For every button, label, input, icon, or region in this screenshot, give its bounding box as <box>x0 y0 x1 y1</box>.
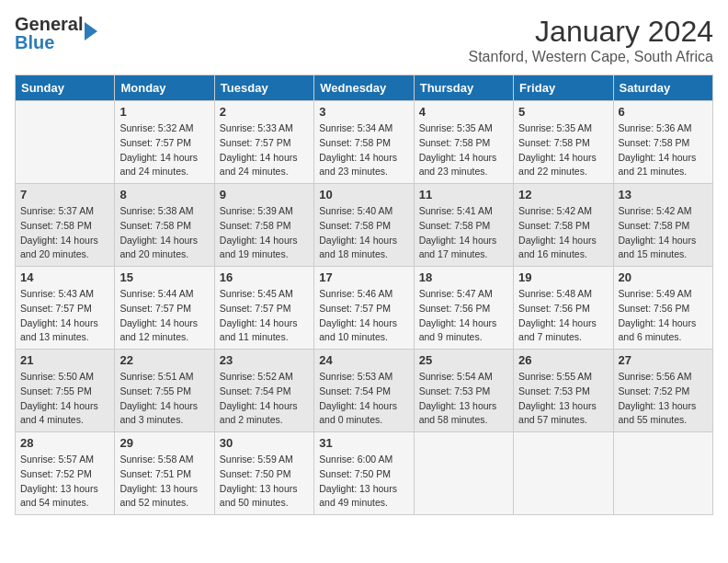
calendar-cell: 24Sunrise: 5:53 AM Sunset: 7:54 PM Dayli… <box>314 350 414 432</box>
calendar-cell: 16Sunrise: 5:45 AM Sunset: 7:57 PM Dayli… <box>214 267 313 350</box>
day-number: 9 <box>220 188 309 201</box>
day-number: 20 <box>619 270 708 284</box>
day-info: Sunrise: 5:40 AM Sunset: 7:58 PM Dayligh… <box>319 204 408 262</box>
calendar-cell: 20Sunrise: 5:49 AM Sunset: 7:56 PM Dayli… <box>613 267 712 350</box>
day-info: Sunrise: 5:32 AM Sunset: 7:57 PM Dayligh… <box>119 121 209 179</box>
day-number: 11 <box>419 188 508 201</box>
day-number: 15 <box>119 270 209 284</box>
day-info: Sunrise: 5:55 AM Sunset: 7:53 PM Dayligh… <box>518 370 608 428</box>
logo-general: General <box>15 15 83 33</box>
day-info: Sunrise: 5:56 AM Sunset: 7:52 PM Dayligh… <box>619 370 708 428</box>
calendar-cell: 11Sunrise: 5:41 AM Sunset: 7:58 PM Dayli… <box>414 184 513 267</box>
column-header-friday: Friday <box>514 75 613 101</box>
day-number: 5 <box>518 105 608 119</box>
day-number: 12 <box>518 188 608 201</box>
day-number: 7 <box>20 188 109 201</box>
day-number: 13 <box>619 188 708 201</box>
day-info: Sunrise: 5:45 AM Sunset: 7:57 PM Dayligh… <box>220 287 309 345</box>
week-row-4: 21Sunrise: 5:50 AM Sunset: 7:55 PM Dayli… <box>16 350 713 432</box>
calendar-cell: 14Sunrise: 5:43 AM Sunset: 7:57 PM Dayli… <box>16 267 115 350</box>
day-info: Sunrise: 5:34 AM Sunset: 7:58 PM Dayligh… <box>319 121 408 179</box>
calendar-cell: 15Sunrise: 5:44 AM Sunset: 7:57 PM Dayli… <box>115 267 214 350</box>
day-info: Sunrise: 5:52 AM Sunset: 7:54 PM Dayligh… <box>220 370 309 428</box>
calendar-cell <box>514 432 613 515</box>
day-info: Sunrise: 5:43 AM Sunset: 7:57 PM Dayligh… <box>20 287 109 345</box>
day-info: Sunrise: 5:47 AM Sunset: 7:56 PM Dayligh… <box>419 287 508 345</box>
day-info: Sunrise: 5:53 AM Sunset: 7:54 PM Dayligh… <box>319 370 408 428</box>
week-row-1: 1Sunrise: 5:32 AM Sunset: 7:57 PM Daylig… <box>16 101 713 184</box>
calendar-cell: 6Sunrise: 5:36 AM Sunset: 7:58 PM Daylig… <box>613 101 712 184</box>
calendar-cell: 4Sunrise: 5:35 AM Sunset: 7:58 PM Daylig… <box>414 101 513 184</box>
day-info: Sunrise: 5:38 AM Sunset: 7:58 PM Dayligh… <box>119 204 209 262</box>
calendar-cell: 29Sunrise: 5:58 AM Sunset: 7:51 PM Dayli… <box>115 432 214 515</box>
calendar-cell: 28Sunrise: 5:57 AM Sunset: 7:52 PM Dayli… <box>16 432 115 515</box>
day-info: Sunrise: 5:36 AM Sunset: 7:58 PM Dayligh… <box>619 121 708 179</box>
calendar-table: SundayMondayTuesdayWednesdayThursdayFrid… <box>15 75 713 515</box>
calendar-cell: 8Sunrise: 5:38 AM Sunset: 7:58 PM Daylig… <box>115 184 214 267</box>
week-row-5: 28Sunrise: 5:57 AM Sunset: 7:52 PM Dayli… <box>16 432 713 515</box>
day-info: Sunrise: 5:58 AM Sunset: 7:51 PM Dayligh… <box>119 453 209 511</box>
day-number: 28 <box>20 436 109 450</box>
calendar-cell: 31Sunrise: 6:00 AM Sunset: 7:50 PM Dayli… <box>314 432 414 515</box>
day-number: 1 <box>119 105 209 119</box>
day-info: Sunrise: 5:35 AM Sunset: 7:58 PM Dayligh… <box>518 121 608 179</box>
day-number: 18 <box>419 270 508 284</box>
week-row-3: 14Sunrise: 5:43 AM Sunset: 7:57 PM Dayli… <box>16 267 713 350</box>
day-info: Sunrise: 5:44 AM Sunset: 7:57 PM Dayligh… <box>119 287 209 345</box>
calendar-cell: 13Sunrise: 5:42 AM Sunset: 7:58 PM Dayli… <box>613 184 712 267</box>
calendar-cell: 17Sunrise: 5:46 AM Sunset: 7:57 PM Dayli… <box>314 267 414 350</box>
day-info: Sunrise: 5:42 AM Sunset: 7:58 PM Dayligh… <box>619 204 708 262</box>
logo: General Blue <box>15 15 97 52</box>
day-number: 8 <box>119 188 209 201</box>
calendar-cell <box>613 432 712 515</box>
calendar-cell: 18Sunrise: 5:47 AM Sunset: 7:56 PM Dayli… <box>414 267 513 350</box>
day-info: Sunrise: 5:37 AM Sunset: 7:58 PM Dayligh… <box>20 204 109 262</box>
column-header-monday: Monday <box>115 75 214 101</box>
day-number: 16 <box>220 270 309 284</box>
day-info: Sunrise: 5:41 AM Sunset: 7:58 PM Dayligh… <box>419 204 508 262</box>
day-info: Sunrise: 5:57 AM Sunset: 7:52 PM Dayligh… <box>20 453 109 511</box>
day-info: Sunrise: 5:51 AM Sunset: 7:55 PM Dayligh… <box>119 370 209 428</box>
day-info: Sunrise: 5:42 AM Sunset: 7:58 PM Dayligh… <box>518 204 608 262</box>
day-info: Sunrise: 5:50 AM Sunset: 7:55 PM Dayligh… <box>20 370 109 428</box>
column-header-tuesday: Tuesday <box>214 75 313 101</box>
logo-arrow-icon <box>85 22 97 40</box>
calendar-cell: 19Sunrise: 5:48 AM Sunset: 7:56 PM Dayli… <box>514 267 613 350</box>
calendar-cell: 30Sunrise: 5:59 AM Sunset: 7:50 PM Dayli… <box>214 432 313 515</box>
column-header-sunday: Sunday <box>16 75 115 101</box>
calendar-cell <box>16 101 115 184</box>
day-number: 25 <box>419 353 508 367</box>
calendar-cell: 1Sunrise: 5:32 AM Sunset: 7:57 PM Daylig… <box>115 101 214 184</box>
day-info: Sunrise: 6:00 AM Sunset: 7:50 PM Dayligh… <box>319 453 408 511</box>
calendar-cell: 25Sunrise: 5:54 AM Sunset: 7:53 PM Dayli… <box>414 350 513 432</box>
location-title: Stanford, Western Cape, South Africa <box>468 49 713 65</box>
day-number: 31 <box>319 436 408 450</box>
day-number: 2 <box>220 105 309 119</box>
day-number: 23 <box>220 353 309 367</box>
day-info: Sunrise: 5:48 AM Sunset: 7:56 PM Dayligh… <box>518 287 608 345</box>
day-number: 27 <box>619 353 708 367</box>
month-title: January 2024 <box>468 15 713 49</box>
logo-blue: Blue <box>15 33 83 52</box>
week-row-2: 7Sunrise: 5:37 AM Sunset: 7:58 PM Daylig… <box>16 184 713 267</box>
calendar-cell: 9Sunrise: 5:39 AM Sunset: 7:58 PM Daylig… <box>214 184 313 267</box>
title-area: January 2024 Stanford, Western Cape, Sou… <box>468 15 713 65</box>
day-number: 26 <box>518 353 608 367</box>
day-number: 30 <box>220 436 309 450</box>
day-number: 24 <box>319 353 408 367</box>
header: General Blue January 2024 Stanford, West… <box>15 15 713 65</box>
day-info: Sunrise: 5:39 AM Sunset: 7:58 PM Dayligh… <box>220 204 309 262</box>
calendar-cell <box>414 432 513 515</box>
day-number: 4 <box>419 105 508 119</box>
column-header-thursday: Thursday <box>414 75 513 101</box>
day-number: 14 <box>20 270 109 284</box>
day-info: Sunrise: 5:35 AM Sunset: 7:58 PM Dayligh… <box>419 121 508 179</box>
column-header-saturday: Saturday <box>613 75 712 101</box>
calendar-cell: 12Sunrise: 5:42 AM Sunset: 7:58 PM Dayli… <box>514 184 613 267</box>
day-number: 22 <box>119 353 209 367</box>
calendar-cell: 26Sunrise: 5:55 AM Sunset: 7:53 PM Dayli… <box>514 350 613 432</box>
calendar-cell: 10Sunrise: 5:40 AM Sunset: 7:58 PM Dayli… <box>314 184 414 267</box>
column-header-wednesday: Wednesday <box>314 75 414 101</box>
day-info: Sunrise: 5:49 AM Sunset: 7:56 PM Dayligh… <box>619 287 708 345</box>
day-number: 17 <box>319 270 408 284</box>
